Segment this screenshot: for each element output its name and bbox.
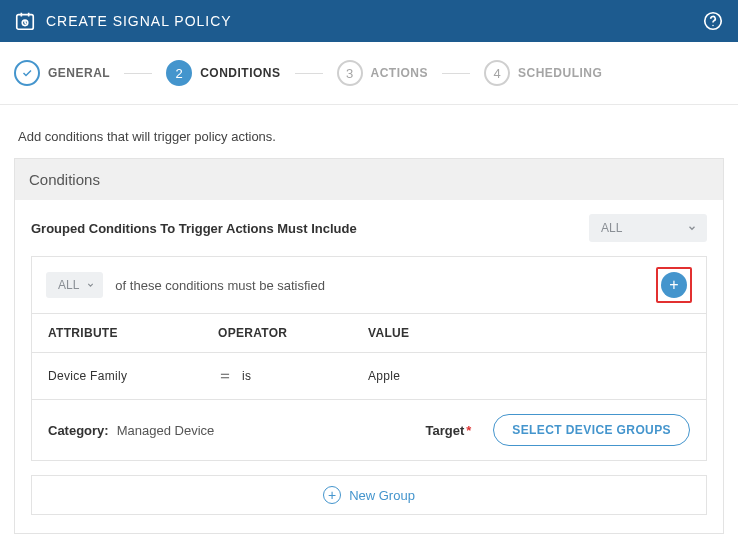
add-condition-button[interactable]: + (661, 272, 687, 298)
group-header-left: ALL of these conditions must be satisfie… (46, 272, 325, 298)
chevron-down-icon (687, 223, 697, 233)
app-header: CREATE SIGNAL POLICY (0, 0, 738, 42)
step-general[interactable]: GENERAL (14, 60, 110, 86)
grouped-select-value: ALL (601, 221, 622, 235)
step-conditions[interactable]: 2 CONDITIONS (166, 60, 280, 86)
grouped-label: Grouped Conditions To Trigger Actions Mu… (31, 221, 357, 236)
step-scheduling[interactable]: 4 SCHEDULING (484, 60, 602, 86)
required-asterisk: * (466, 423, 471, 438)
step-actions[interactable]: 3 ACTIONS (337, 60, 429, 86)
step-label: CONDITIONS (200, 66, 280, 80)
svg-point-3 (712, 25, 713, 26)
target-label: Target* (425, 423, 471, 438)
group-header: ALL of these conditions must be satisfie… (32, 257, 706, 314)
equals-icon (218, 369, 232, 383)
step-connector (442, 73, 470, 74)
content-area: Add conditions that will trigger policy … (0, 105, 738, 535)
new-group-button[interactable]: + New Group (31, 475, 707, 515)
cell-operator: is (218, 369, 368, 383)
operator-text: is (242, 369, 251, 383)
step-label: GENERAL (48, 66, 110, 80)
header-left: CREATE SIGNAL POLICY (14, 10, 232, 32)
wizard-stepper: GENERAL 2 CONDITIONS 3 ACTIONS 4 SCHEDUL… (0, 42, 738, 105)
target-label-text: Target (425, 423, 464, 438)
step-label: SCHEDULING (518, 66, 602, 80)
step-connector (124, 73, 152, 74)
group-footer: Category: Managed Device Target* SELECT … (32, 400, 706, 460)
signal-policy-icon (14, 10, 36, 32)
conditions-table-header: ATTRIBUTE OPERATOR VALUE (32, 314, 706, 353)
grouped-select[interactable]: ALL (589, 214, 707, 242)
grouped-conditions-row: Grouped Conditions To Trigger Actions Mu… (31, 214, 707, 242)
help-icon[interactable] (702, 10, 724, 32)
condition-group: ALL of these conditions must be satisfie… (31, 256, 707, 461)
conditions-card: Conditions Grouped Conditions To Trigger… (14, 158, 724, 534)
card-body: Grouped Conditions To Trigger Actions Mu… (15, 200, 723, 533)
check-icon (14, 60, 40, 86)
new-group-label: New Group (349, 488, 415, 503)
cell-value: Apple (368, 369, 690, 383)
chevron-down-icon (86, 281, 95, 290)
match-mode-select[interactable]: ALL (46, 272, 103, 298)
step-connector (295, 73, 323, 74)
hint-text: Add conditions that will trigger policy … (18, 129, 720, 144)
card-title: Conditions (15, 159, 723, 200)
step-number: 4 (484, 60, 510, 86)
category-value: Managed Device (117, 423, 215, 438)
page-title: CREATE SIGNAL POLICY (46, 13, 232, 29)
plus-circle-icon: + (323, 486, 341, 504)
plus-icon: + (669, 277, 678, 293)
select-device-groups-button[interactable]: SELECT DEVICE GROUPS (493, 414, 690, 446)
match-mode-value: ALL (58, 278, 79, 292)
table-row: Device Family is Apple (32, 353, 706, 400)
group-header-text: of these conditions must be satisfied (115, 278, 325, 293)
step-number: 2 (166, 60, 192, 86)
col-header-value: VALUE (368, 326, 690, 340)
step-label: ACTIONS (371, 66, 429, 80)
add-condition-highlight: + (656, 267, 692, 303)
col-header-operator: OPERATOR (218, 326, 368, 340)
cell-attribute: Device Family (48, 369, 218, 383)
col-header-attribute: ATTRIBUTE (48, 326, 218, 340)
category-label: Category: (48, 423, 109, 438)
step-number: 3 (337, 60, 363, 86)
